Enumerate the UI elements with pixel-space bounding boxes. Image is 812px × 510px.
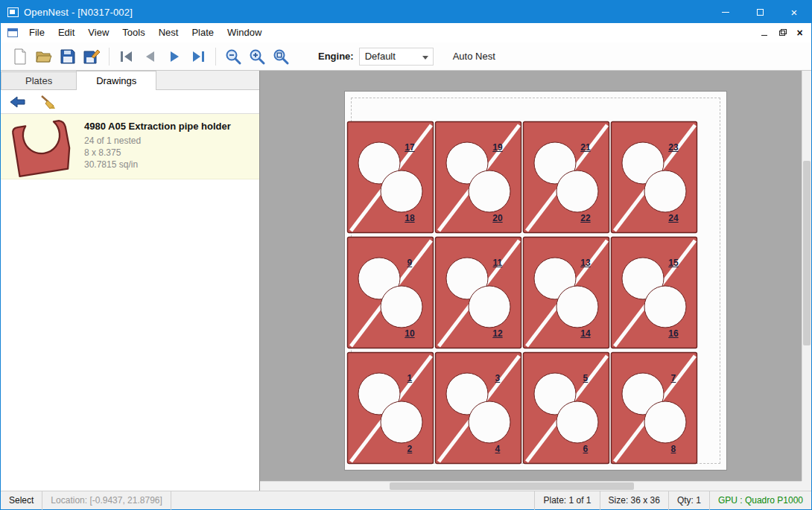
open-button[interactable]	[32, 45, 56, 68]
vertical-scrollbar[interactable]	[802, 71, 811, 481]
mdi-minimize-icon	[761, 35, 767, 36]
tab-drawings[interactable]: Drawings	[76, 71, 156, 90]
zoom-fit-icon	[272, 48, 290, 66]
tab-plates[interactable]: Plates	[1, 71, 77, 89]
mdi-minimize-button[interactable]	[756, 26, 772, 40]
close-button[interactable]: ×	[777, 1, 811, 23]
part-pair[interactable]: 2122	[522, 121, 610, 234]
zoom-out-button[interactable]	[221, 45, 245, 68]
app-window: OpenNest - [N0317-002] × FileEditViewToo…	[0, 0, 812, 510]
part-shapes	[610, 351, 698, 465]
window-title: OpenNest - [N0317-002]	[24, 7, 133, 18]
part-pair[interactable]: 1112	[434, 236, 522, 349]
auto-nest-button[interactable]: Auto Nest	[453, 51, 495, 62]
part-pair[interactable]: 910	[346, 236, 434, 349]
chevron-down-icon	[422, 56, 428, 60]
nest-grid: 171819202122232491011121314151612345678	[346, 121, 698, 465]
part-shapes	[346, 236, 434, 349]
mdi-restore-button[interactable]	[774, 26, 790, 40]
menu-item-edit[interactable]: Edit	[51, 23, 81, 42]
part-shapes	[522, 351, 610, 465]
plate[interactable]: 171819202122232491011121314151612345678	[344, 91, 727, 471]
save-floppy-icon	[60, 48, 76, 65]
drawing-title: 4980 A05 Extraction pipe holder	[84, 121, 231, 132]
engine-label: Engine:	[318, 51, 354, 62]
menu-item-plate[interactable]: Plate	[185, 23, 221, 42]
part-thumbnail	[7, 118, 78, 176]
nest-canvas[interactable]: 171819202122232491011121314151612345678	[260, 71, 811, 491]
minimize-button[interactable]	[708, 1, 743, 23]
return-part-button[interactable]	[7, 92, 29, 112]
part-shapes	[610, 236, 698, 349]
part-number: 17	[405, 142, 414, 153]
part-number: 2	[407, 444, 413, 454]
menu-item-window[interactable]: Window	[221, 23, 268, 42]
return-arrow-icon	[9, 95, 27, 109]
open-folder-icon	[35, 49, 53, 64]
mdi-restore-icon	[779, 31, 785, 36]
toolbar-separator	[109, 48, 110, 66]
part-number: 4	[495, 444, 501, 454]
horizontal-scrollbar-thumb[interactable]	[390, 482, 633, 490]
broom-icon	[39, 94, 57, 110]
part-pair[interactable]: 34	[434, 351, 522, 465]
minimize-icon	[722, 12, 729, 13]
menu-item-file[interactable]: File	[22, 23, 51, 42]
main-area: Plates Drawings	[1, 71, 811, 491]
part-number: 16	[668, 328, 678, 339]
part-number: 22	[580, 213, 590, 223]
nav-next-button[interactable]	[162, 45, 186, 68]
part-pair[interactable]: 56	[522, 351, 610, 465]
part-shapes	[522, 236, 610, 349]
status-plate: Plate: 1 of 1	[534, 491, 599, 510]
part-pair[interactable]: 1718	[346, 121, 434, 234]
part-number: 19	[492, 142, 502, 153]
part-shapes	[346, 121, 434, 234]
part-pair[interactable]: 1516	[610, 236, 698, 349]
zoom-fit-button[interactable]	[269, 45, 293, 68]
status-gpu: GPU : Quadro P1000	[709, 491, 811, 510]
scrollbar-corner	[802, 481, 811, 491]
new-button[interactable]	[8, 45, 32, 68]
save-button[interactable]	[56, 45, 80, 68]
part-number: 11	[493, 258, 503, 268]
part-number: 10	[405, 328, 414, 339]
part-pair[interactable]: 1920	[434, 121, 522, 234]
drawing-nested-count: 24 of 1 nested	[84, 135, 231, 147]
engine-select[interactable]: Default	[359, 48, 434, 66]
sidebar-tabbar: Plates Drawings	[1, 71, 259, 90]
vertical-scrollbar-thumb[interactable]	[803, 161, 811, 345]
part-number: 1	[407, 373, 413, 383]
menubar-items: FileEditViewToolsNestPlateWindow	[22, 23, 268, 42]
nav-previous-button[interactable]	[139, 45, 162, 68]
part-pair[interactable]: 2324	[610, 121, 698, 234]
part-number: 5	[583, 373, 589, 383]
maximize-button[interactable]	[743, 1, 777, 23]
maximize-icon	[757, 9, 764, 16]
part-number: 7	[671, 373, 676, 383]
part-pair[interactable]: 1314	[522, 236, 610, 349]
menu-item-view[interactable]: View	[81, 23, 115, 42]
nav-previous-icon	[142, 48, 159, 65]
zoom-in-button[interactable]	[245, 45, 269, 68]
toolbar-separator	[215, 48, 216, 66]
window-controls: ×	[708, 1, 811, 23]
nav-next-icon	[166, 48, 183, 65]
drawing-size: 8 x 8.375	[84, 147, 231, 159]
save-edit-button[interactable]	[80, 45, 104, 68]
mdi-close-button[interactable]: ×	[792, 26, 808, 40]
part-number: 8	[671, 444, 676, 454]
drawing-list: 4980 A05 Extraction pipe holder 24 of 1 …	[1, 114, 259, 491]
nav-last-button[interactable]	[186, 45, 210, 68]
mdi-document-icon[interactable]	[7, 28, 18, 37]
menu-item-nest[interactable]: Nest	[152, 23, 185, 42]
nav-first-button[interactable]	[115, 45, 139, 68]
menu-item-tools[interactable]: Tools	[115, 23, 151, 42]
drawing-item[interactable]: 4980 A05 Extraction pipe holder 24 of 1 …	[1, 114, 259, 179]
part-pair[interactable]: 78	[610, 351, 698, 465]
clean-button[interactable]	[37, 92, 59, 112]
sidebar-toolbar	[1, 90, 259, 114]
part-pair[interactable]: 12	[346, 351, 434, 465]
sidebar-panel: Plates Drawings	[1, 71, 260, 491]
horizontal-scrollbar[interactable]	[260, 481, 802, 491]
